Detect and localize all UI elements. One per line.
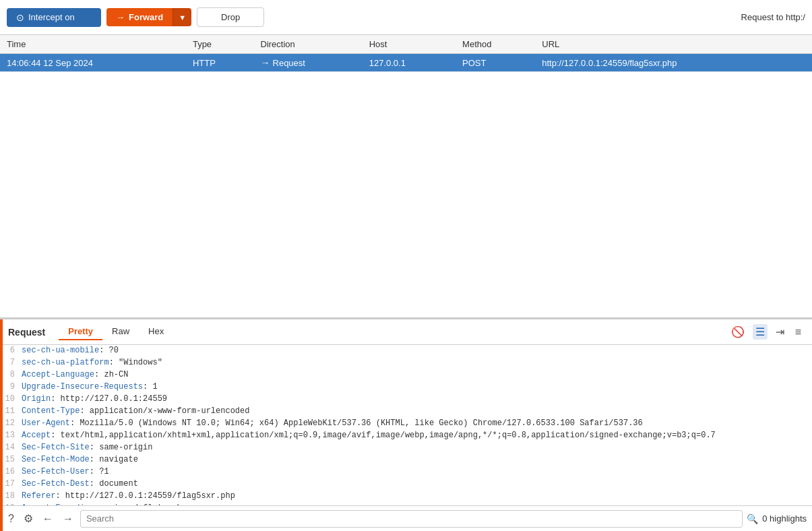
drop-label: Drop [221, 12, 240, 22]
line-number: 15 [0, 454, 19, 465]
col-url: URL [535, 35, 812, 54]
tab-icon-group: 🚫 ☰ ⇥ ≡ [728, 324, 804, 340]
line-number: 10 [0, 394, 19, 404]
col-type: Type [186, 35, 254, 54]
line-number: 13 [0, 430, 19, 441]
request-tabs: Pretty Raw Hex [59, 323, 173, 340]
line-number: 18 [0, 491, 19, 501]
forward-group: → Forward ▼ [106, 8, 191, 26]
wrap-icon-button[interactable]: ☰ [753, 324, 768, 340]
col-host: Host [363, 35, 456, 54]
bottom-bar: ? ⚙ ← → 🔍 0 highlights [0, 505, 812, 531]
forward-nav-button[interactable]: → [60, 511, 76, 526]
back-button[interactable]: ← [40, 511, 56, 526]
code-line: 14Sec-Fetch-Site: same-origin [0, 442, 812, 454]
line-number: 9 [0, 381, 19, 392]
code-line: 6sec-ch-ua-mobile: ?0 [0, 345, 812, 357]
code-line: 15Sec-Fetch-Mode: navigate [0, 454, 812, 466]
intercept-button[interactable]: ⊙ Intercept on [7, 8, 101, 27]
line-content: Sec-Fetch-User: ?1 [19, 466, 112, 477]
line-number: 12 [0, 418, 19, 429]
line-number: 7 [0, 357, 19, 368]
request-to-label: Request to http:/ [741, 12, 805, 22]
col-time: Time [0, 35, 186, 54]
more-icon-button[interactable]: ≡ [792, 325, 804, 340]
line-content: Sec-Fetch-Site: same-origin [19, 442, 155, 453]
line-content: Accept: text/html,application/xhtml+xml,… [19, 430, 718, 441]
drop-button[interactable]: Drop [197, 7, 264, 27]
intercept-icon: ⊙ [16, 12, 24, 23]
tab-pretty[interactable]: Pretty [59, 323, 102, 340]
code-line: 12User-Agent: Mozilla/5.0 (Windows NT 10… [0, 418, 812, 430]
search-submit-button[interactable]: 🔍 [747, 513, 758, 524]
line-number: 11 [0, 406, 19, 416]
col-direction: Direction [254, 35, 363, 54]
table-header-row: Time Type Direction Host Method URL [0, 35, 812, 54]
direction-value: Request [273, 58, 305, 68]
line-number: 17 [0, 478, 19, 489]
forward-arrow-icon: → [116, 12, 125, 22]
line-number: 6 [0, 345, 19, 356]
forward-dropdown-button[interactable]: ▼ [173, 8, 191, 26]
code-line: 8Accept-Language: zh-CN [0, 369, 812, 381]
left-accent [0, 319, 3, 531]
code-line: 7sec-ch-ua-platform: "Windows" [0, 357, 812, 369]
code-line: 11Content-Type: application/x-www-form-u… [0, 406, 812, 418]
forward-label: Forward [129, 12, 163, 22]
code-line: 17Sec-Fetch-Dest: document [0, 478, 812, 491]
code-line: 18Referer: http://127.0.0.1:24559/flag5s… [0, 491, 812, 503]
settings-button[interactable]: ⚙ [21, 511, 36, 526]
request-panel-title: Request [8, 327, 45, 338]
request-panel: Request Pretty Raw Hex 🚫 ☰ ⇥ ≡ 6sec-ch-u… [0, 318, 812, 531]
line-content: Sec-Fetch-Dest: document [19, 478, 141, 489]
line-content: Sec-Fetch-Mode: navigate [19, 454, 141, 465]
line-number: 8 [0, 369, 19, 380]
col-method: Method [456, 35, 535, 54]
indent-icon-button[interactable]: ⇥ [773, 324, 787, 340]
line-content: sec-ch-ua-platform: "Windows" [19, 357, 165, 368]
table-row[interactable]: 14:06:44 12 Sep 2024HTTP→Request127.0.0.… [0, 54, 812, 72]
line-content: Content-Type: application/x-www-form-url… [19, 406, 252, 416]
toolbar: ⊙ Intercept on → Forward ▼ Drop Request … [0, 0, 812, 35]
highlights-label: 0 highlights [762, 513, 807, 524]
search-input[interactable] [80, 510, 743, 528]
code-line: 10Origin: http://127.0.0.1:24559 [0, 394, 812, 406]
line-content: Referer: http://127.0.0.1:24559/flag5sxr… [19, 491, 238, 501]
line-content: Upgrade-Insecure-Requests: 1 [19, 381, 160, 392]
forward-button[interactable]: → Forward [106, 8, 173, 26]
line-content: Accept-Language: zh-CN [19, 369, 131, 380]
intercepted-requests-table: Time Type Direction Host Method URL 14:0… [0, 35, 812, 318]
code-area: 6sec-ch-ua-mobile: ?07sec-ch-ua-platform… [0, 345, 812, 505]
code-line: 13Accept: text/html,application/xhtml+xm… [0, 430, 812, 442]
tab-hex[interactable]: Hex [139, 323, 173, 340]
line-number: 16 [0, 466, 19, 477]
code-line: 16Sec-Fetch-User: ?1 [0, 466, 812, 478]
line-content: Origin: http://127.0.0.1:24559 [19, 394, 170, 404]
hide-icon-button[interactable]: 🚫 [728, 324, 747, 340]
code-line: 9Upgrade-Insecure-Requests: 1 [0, 381, 812, 394]
request-panel-header: Request Pretty Raw Hex 🚫 ☰ ⇥ ≡ [0, 319, 812, 345]
tab-raw[interactable]: Raw [102, 323, 139, 340]
intercept-label: Intercept on [28, 12, 75, 22]
help-button[interactable]: ? [5, 511, 17, 526]
direction-arrow-icon: → [261, 57, 270, 68]
line-content: User-Agent: Mozilla/5.0 (Windows NT 10.0… [19, 418, 646, 429]
line-number: 14 [0, 442, 19, 453]
line-content: sec-ch-ua-mobile: ?0 [19, 345, 121, 356]
